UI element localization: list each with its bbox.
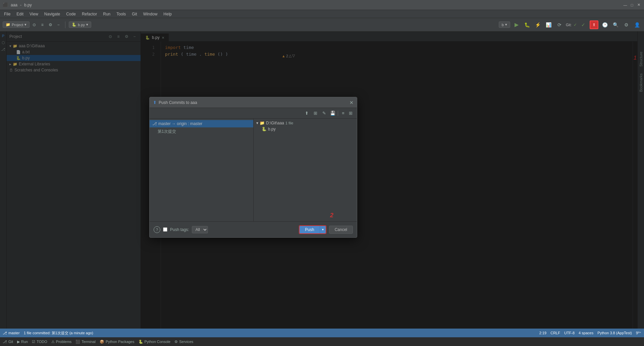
settings-button[interactable]: ⚙ bbox=[622, 20, 631, 29]
file-tab-icon: 🐍 bbox=[72, 22, 76, 27]
problems-bottom-icon: ⚠ bbox=[51, 340, 55, 344]
git-history-button[interactable]: 🕐 bbox=[600, 20, 609, 29]
window-controls: — □ ✕ bbox=[623, 2, 641, 8]
git-tick-icon[interactable]: ✓ bbox=[579, 20, 588, 29]
menu-tools[interactable]: Tools bbox=[114, 11, 128, 17]
menu-help[interactable]: Help bbox=[161, 11, 174, 17]
title-bar: ⬛ aaa - b.py — □ ✕ bbox=[0, 0, 644, 10]
python-console-item[interactable]: 🐍 Python Console bbox=[139, 340, 171, 344]
file-tab-label: b.py bbox=[78, 23, 85, 27]
git-label: Git: bbox=[566, 23, 572, 27]
concurrency-button[interactable]: ⟳ bbox=[555, 20, 564, 29]
git-bottom-item[interactable]: ⎇ Git bbox=[3, 340, 13, 344]
cancel-button[interactable]: Cancel bbox=[329, 226, 353, 234]
menu-navigate[interactable]: Navigate bbox=[42, 11, 63, 17]
app-icon: ⬛ bbox=[3, 2, 8, 7]
close-button[interactable]: ✕ bbox=[636, 2, 641, 8]
coverage-button[interactable]: ⚡ bbox=[534, 20, 542, 29]
git-push-button[interactable]: ⬆ bbox=[590, 20, 598, 29]
file-name-modal: b.py bbox=[268, 127, 276, 131]
commit-item-branch[interactable]: ⎇ master → origin : master bbox=[150, 120, 253, 127]
menu-view[interactable]: View bbox=[27, 11, 41, 17]
modal-edit-btn[interactable]: ✎ bbox=[320, 110, 328, 117]
menu-window[interactable]: Window bbox=[141, 11, 160, 17]
modal-close-button[interactable]: ✕ bbox=[350, 100, 354, 105]
maximize-button[interactable]: □ bbox=[629, 2, 635, 8]
status-bar: ⎇ master 1 file committed: 第1次提交 (a minu… bbox=[0, 329, 644, 337]
modal-overlay: ⬆ Push Commits to aaa ✕ ⬆ ⊞ ✎ 💾 ≡ bbox=[0, 32, 644, 329]
todo-bottom-item[interactable]: ☑ TODO bbox=[32, 340, 47, 344]
toolbar-left: 📁 Project ▾ ⊙ ≡ ⚙ − 🐍 b.py ▾ bbox=[3, 21, 91, 28]
status-python-ver[interactable]: Python 3.8 (AppTest) bbox=[597, 331, 632, 335]
status-position[interactable]: 2:19 bbox=[539, 331, 546, 335]
scope-btn[interactable]: ⊙ bbox=[31, 21, 38, 28]
hide-panel-btn[interactable]: − bbox=[55, 21, 62, 28]
run-button[interactable]: ▶ bbox=[512, 20, 521, 29]
file-entry-folder[interactable]: ▾ 📁 D:\Git\aaa 1 file bbox=[254, 120, 357, 126]
run-config-btn[interactable]: b ▾ bbox=[499, 21, 510, 28]
project-label: Project bbox=[12, 23, 23, 27]
push-button[interactable]: Push bbox=[300, 226, 319, 233]
todo-bottom-label: TODO bbox=[37, 340, 47, 344]
avatar-button[interactable]: 👤 bbox=[633, 20, 641, 29]
python-packages-label: Python Packages bbox=[106, 340, 135, 344]
modal-save-btn[interactable]: 💾 bbox=[329, 110, 336, 117]
title-bar-left: ⬛ aaa - b.py bbox=[3, 2, 32, 7]
search-everywhere-button[interactable]: 🔍 bbox=[611, 20, 620, 29]
run-bottom-label: Run bbox=[21, 340, 28, 344]
title-separator: - bbox=[20, 3, 21, 7]
modal-grid-btn[interactable]: ⊞ bbox=[312, 110, 319, 117]
push-tags-select[interactable]: All bbox=[192, 226, 208, 233]
annotation-2: 2 bbox=[330, 212, 333, 219]
terminal-bottom-label: Terminal bbox=[82, 340, 96, 344]
modal-group-btn[interactable]: ⊞ bbox=[347, 110, 354, 117]
push-tags-checkbox[interactable] bbox=[163, 227, 167, 232]
menu-run[interactable]: Run bbox=[100, 11, 113, 17]
menu-edit[interactable]: Edit bbox=[14, 11, 26, 17]
modal-title-bar: ⬆ Push Commits to aaa ✕ bbox=[150, 97, 357, 108]
menu-file[interactable]: File bbox=[1, 11, 13, 17]
terminal-bottom-item[interactable]: ⬛ Terminal bbox=[75, 340, 96, 344]
project-chevron: ▾ bbox=[24, 22, 26, 27]
commit-item-msg[interactable]: 第1次提交 bbox=[150, 127, 253, 136]
git-status-label: master bbox=[8, 331, 20, 335]
run-bottom-item[interactable]: ▶ Run bbox=[17, 340, 28, 344]
folder-chevron-icon: ▾ bbox=[256, 121, 258, 125]
python-packages-item[interactable]: 📦 Python Packages bbox=[100, 340, 135, 344]
status-git-item[interactable]: ⎇ master bbox=[3, 331, 20, 335]
push-dropdown-button[interactable]: ▾ bbox=[320, 226, 326, 233]
problems-bottom-item[interactable]: ⚠ Problems bbox=[51, 340, 71, 344]
minimize-button[interactable]: — bbox=[623, 2, 628, 8]
services-item[interactable]: ⚙ Services bbox=[174, 340, 193, 344]
flatten-btn[interactable]: ≡ bbox=[39, 21, 46, 28]
modal-sort-btn[interactable]: ≡ bbox=[339, 110, 347, 117]
menu-code[interactable]: Code bbox=[63, 11, 78, 17]
status-indent[interactable]: 4 spaces bbox=[579, 331, 593, 335]
status-encoding[interactable]: UTF-8 bbox=[564, 331, 575, 335]
commit-branch-label: ⎇ master → origin : master bbox=[152, 121, 251, 126]
branch-icon: ⎇ bbox=[152, 121, 157, 126]
modal-commits-panel: ⎇ master → origin : master 第1次提交 bbox=[150, 119, 254, 221]
push-commits-modal: ⬆ Push Commits to aaa ✕ ⬆ ⊞ ✎ 💾 ≡ bbox=[149, 97, 357, 238]
menu-git[interactable]: Git bbox=[129, 11, 140, 17]
python-packages-icon: 📦 bbox=[100, 340, 104, 344]
menu-refactor[interactable]: Refactor bbox=[79, 11, 100, 17]
profile-button[interactable]: 📊 bbox=[544, 20, 553, 29]
git-bottom-label: Git bbox=[8, 340, 13, 344]
show-options-btn[interactable]: ⚙ bbox=[47, 21, 54, 28]
help-button[interactable]: ? bbox=[154, 226, 160, 233]
status-layout[interactable]: 9⁰⁺ bbox=[636, 331, 641, 335]
modal-files-panel: ▾ 📁 D:\Git\aaa 1 file 🐍 b.py bbox=[254, 119, 357, 221]
project-dropdown[interactable]: 📁 Project ▾ bbox=[3, 21, 30, 28]
modal-footer: ? Push tags: All Push ▾ Cancel bbox=[150, 221, 357, 237]
modal-fetch-btn[interactable]: ⬆ bbox=[303, 110, 310, 117]
commit-msg-text: 第1次提交 bbox=[152, 129, 251, 134]
status-line-sep[interactable]: CRLF bbox=[550, 331, 560, 335]
file-entry-bpy[interactable]: 🐍 b.py bbox=[254, 126, 357, 132]
debug-button[interactable]: 🐛 bbox=[523, 20, 532, 29]
modal-title-icon: ⬆ bbox=[153, 100, 157, 105]
file-tab-btn[interactable]: 🐍 b.py ▾ bbox=[69, 21, 91, 28]
app-name: aaa bbox=[11, 3, 17, 7]
file-count-badge: 1 file bbox=[285, 121, 293, 125]
bottom-toolbar: ⎇ Git ▶ Run ☑ TODO ⚠ Problems ⬛ Terminal… bbox=[0, 337, 644, 346]
